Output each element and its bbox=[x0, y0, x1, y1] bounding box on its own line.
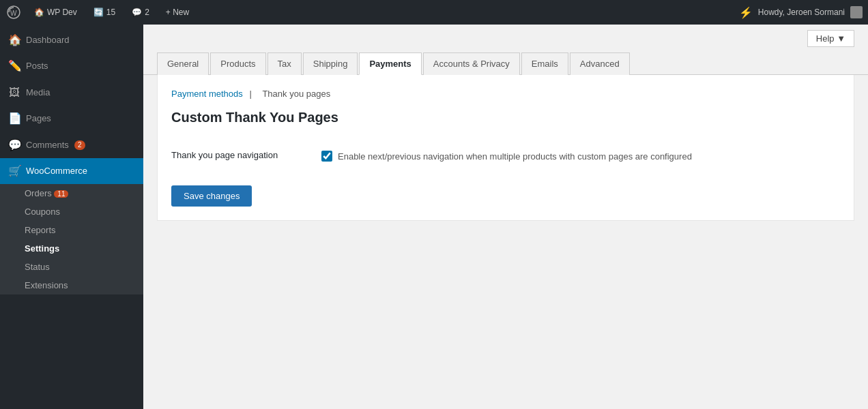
settings-tabs: General Products Tax Shipping Payments A… bbox=[143, 52, 868, 75]
sidebar-item-posts[interactable]: ✏️ Posts bbox=[0, 53, 143, 79]
comment-icon: 💬 bbox=[132, 7, 142, 17]
navigation-checkbox-label: Enable next/previous navigation when mul… bbox=[338, 150, 692, 164]
home-icon: 🏠 bbox=[34, 7, 44, 17]
help-button[interactable]: Help ▼ bbox=[807, 30, 854, 47]
site-name[interactable]: 🏠 WP Dev bbox=[30, 7, 81, 17]
settings-table: Thank you page navigation Enable next/pr… bbox=[171, 142, 840, 172]
svg-text:W: W bbox=[10, 10, 17, 17]
sidebar-item-media[interactable]: 🖼 Media bbox=[0, 80, 143, 106]
sidebar-sub-orders[interactable]: Orders 11 bbox=[0, 184, 143, 202]
comments-badge: 2 bbox=[74, 140, 85, 150]
sidebar-sub-status[interactable]: Status bbox=[0, 258, 143, 276]
navigation-checkbox[interactable] bbox=[321, 151, 332, 162]
checkbox-row: Enable next/previous navigation when mul… bbox=[321, 150, 840, 164]
breadcrumb-current: Thank you pages bbox=[262, 89, 330, 99]
navigation-row: Thank you page navigation Enable next/pr… bbox=[171, 142, 840, 172]
sidebar-sub-reports[interactable]: Reports bbox=[0, 221, 143, 239]
posts-icon: ✏️ bbox=[8, 59, 20, 74]
navigation-control: Enable next/previous navigation when mul… bbox=[321, 142, 840, 172]
sidebar-sub-coupons[interactable]: Coupons bbox=[0, 202, 143, 221]
main-layout: 🏠 Dashboard ✏️ Posts 🖼 Media 📄 Pages 💬 C… bbox=[0, 25, 868, 409]
sidebar-item-woocommerce[interactable]: 🛒 WooCommerce bbox=[0, 158, 143, 184]
sidebar-item-dashboard[interactable]: 🏠 Dashboard bbox=[0, 27, 143, 53]
woocommerce-submenu: Orders 11 Coupons Reports Settings Statu… bbox=[0, 184, 143, 294]
breadcrumb-separator: | bbox=[249, 89, 251, 99]
breadcrumb-link[interactable]: Payment methods bbox=[171, 89, 243, 99]
avatar[interactable] bbox=[850, 6, 863, 18]
comments-icon: 💬 bbox=[8, 138, 20, 153]
content-area: Help ▼ General Products Tax Shipping Pay… bbox=[143, 25, 868, 409]
page-content: Payment methods | Thank you pages Custom… bbox=[157, 75, 854, 221]
pages-icon: 📄 bbox=[8, 111, 20, 126]
woocommerce-icon: 🛒 bbox=[8, 164, 20, 179]
dashboard-icon: 🏠 bbox=[8, 33, 20, 48]
tab-general[interactable]: General bbox=[157, 52, 209, 75]
media-icon: 🖼 bbox=[8, 85, 20, 100]
updates-item[interactable]: 🔄 15 bbox=[89, 7, 119, 17]
sidebar-item-pages[interactable]: 📄 Pages bbox=[0, 106, 143, 132]
orders-badge: 11 bbox=[54, 190, 68, 198]
comments-item[interactable]: 💬 2 bbox=[128, 7, 154, 17]
new-item[interactable]: + New bbox=[162, 7, 193, 17]
sidebar-item-comments[interactable]: 💬 Comments 2 bbox=[0, 132, 143, 158]
admin-bar: W 🏠 WP Dev 🔄 15 💬 2 + New ⚡ Howdy, Jeroe… bbox=[0, 0, 868, 25]
update-icon: 🔄 bbox=[93, 7, 104, 17]
tab-accounts-privacy[interactable]: Accounts & Privacy bbox=[423, 52, 520, 75]
sidebar-sub-settings[interactable]: Settings bbox=[0, 239, 143, 258]
user-greeting: Howdy, Jeroen Sormani bbox=[758, 7, 845, 17]
page-title: Custom Thank You Pages bbox=[171, 110, 840, 125]
save-changes-button[interactable]: Save changes bbox=[171, 185, 252, 207]
tab-payments[interactable]: Payments bbox=[359, 52, 421, 75]
sidebar: 🏠 Dashboard ✏️ Posts 🖼 Media 📄 Pages 💬 C… bbox=[0, 25, 143, 409]
wp-logo-icon[interactable]: W bbox=[5, 4, 22, 20]
tab-shipping[interactable]: Shipping bbox=[303, 52, 358, 75]
breadcrumb: Payment methods | Thank you pages bbox=[171, 89, 840, 99]
tab-emails[interactable]: Emails bbox=[521, 52, 568, 75]
admin-bar-right: ⚡ Howdy, Jeroen Sormani bbox=[739, 6, 863, 19]
tab-tax[interactable]: Tax bbox=[267, 52, 302, 75]
sidebar-sub-extensions[interactable]: Extensions bbox=[0, 276, 143, 294]
tab-products[interactable]: Products bbox=[210, 52, 265, 75]
help-bar: Help ▼ bbox=[143, 25, 868, 47]
navigation-label: Thank you page navigation bbox=[171, 142, 321, 172]
bolt-icon: ⚡ bbox=[739, 6, 753, 19]
tab-advanced[interactable]: Advanced bbox=[570, 52, 630, 75]
